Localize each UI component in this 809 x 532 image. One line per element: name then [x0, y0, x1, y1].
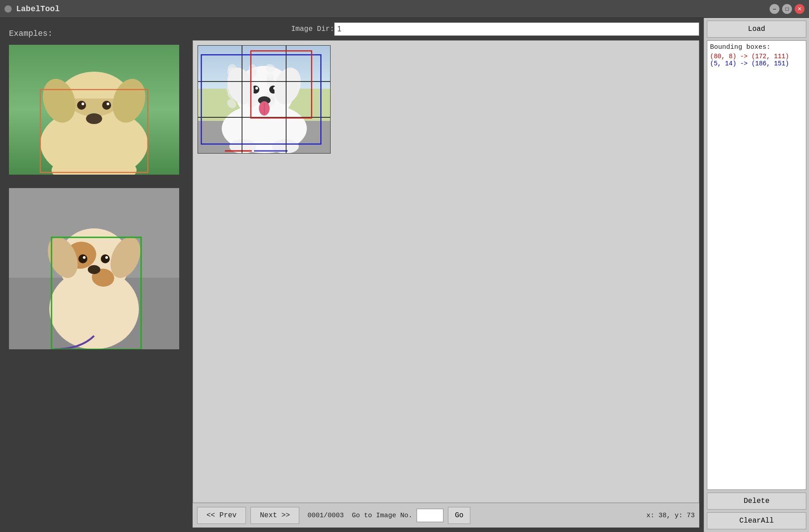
app-icon: [4, 5, 12, 13]
coords-display: x: 38, y: 73: [646, 512, 695, 519]
main-canvas[interactable]: [198, 45, 331, 154]
bottom-bar: << Prev Next >> 0001/0003 Go to Image No…: [193, 503, 699, 528]
main-canvas-area[interactable]: [193, 40, 699, 503]
right-panel: Load Bounding boxes: (80, 8) -> (172, 11…: [704, 18, 809, 532]
example-canvas-2: [9, 188, 179, 349]
bbox-entries: (80, 8) -> (172, 111)(5, 14) -> (186, 15…: [710, 53, 803, 67]
delete-button[interactable]: Delete: [707, 493, 806, 510]
clearall-button[interactable]: ClearAll: [707, 512, 806, 529]
goto-input[interactable]: [417, 509, 443, 522]
page-info: 0001/0003: [304, 512, 347, 519]
example-canvas-1: [9, 45, 179, 175]
bbox-entry: (5, 14) -> (186, 151): [710, 60, 803, 67]
titlebar: LabelTool – □ ✕: [0, 0, 809, 18]
close-button[interactable]: ✕: [795, 4, 805, 14]
top-bar: Image Dir:: [193, 22, 699, 36]
app-title: LabelTool: [16, 4, 60, 13]
goto-label: Go to Image No.: [352, 512, 412, 519]
next-button[interactable]: Next >>: [250, 507, 299, 524]
example-image-1: [9, 45, 179, 175]
image-dir-input[interactable]: [334, 22, 699, 36]
bbox-section: Bounding boxes: (80, 8) -> (172, 111)(5,…: [707, 40, 806, 490]
bbox-entry: (80, 8) -> (172, 111): [710, 53, 803, 60]
main-area: Examples: Image Dir: << Prev Next >> 000…: [0, 18, 809, 532]
go-button[interactable]: Go: [448, 507, 470, 524]
minimize-button[interactable]: –: [770, 4, 779, 14]
prev-button[interactable]: << Prev: [197, 507, 246, 524]
maximize-button[interactable]: □: [782, 4, 792, 14]
bbox-title: Bounding boxes:: [710, 43, 803, 51]
load-button[interactable]: Load: [707, 21, 806, 38]
example-image-2: [9, 188, 179, 349]
center-panel: Image Dir: << Prev Next >> 0001/0003 Go …: [188, 18, 704, 532]
window-controls: – □ ✕: [770, 4, 805, 14]
examples-label: Examples:: [4, 27, 184, 40]
image-dir-label: Image Dir:: [291, 25, 334, 33]
left-panel: Examples:: [0, 18, 188, 532]
